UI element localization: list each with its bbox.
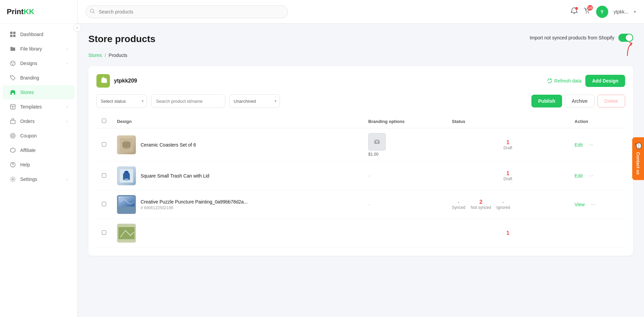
sidebar-item-dashboard[interactable]: Dashboard xyxy=(3,27,75,41)
sidebar-item-stores[interactable]: Stores xyxy=(3,85,75,99)
more-options-button[interactable]: ··· xyxy=(589,142,593,148)
more-options-button[interactable]: ··· xyxy=(589,173,593,179)
row-checkbox[interactable] xyxy=(102,202,106,206)
table-row: 1 xyxy=(96,219,625,248)
svg-rect-34 xyxy=(124,179,128,181)
status-number: 1 xyxy=(452,230,564,236)
product-cell: Creative Puzzle Puncture Painting_0a99bb… xyxy=(117,195,357,214)
help-icon xyxy=(9,161,16,168)
user-dropdown-icon[interactable]: ▾ xyxy=(634,9,636,14)
row-checkbox[interactable] xyxy=(102,142,106,147)
breadcrumb-current: Products xyxy=(109,53,127,58)
not-synced-label: Not synced xyxy=(471,205,491,210)
search-input[interactable] xyxy=(86,5,288,18)
product-thumbnail xyxy=(117,166,136,185)
sidebar-item-affiliate[interactable]: Affiliate xyxy=(3,143,75,157)
action-cell: Edit ··· xyxy=(575,142,620,148)
breadcrumb-separator: / xyxy=(105,53,106,58)
archive-select[interactable]: Unarchived Archived All xyxy=(229,94,280,108)
row-design-cell: Creative Puzzle Puncture Painting_0a99bb… xyxy=(112,190,363,219)
view-button[interactable]: View xyxy=(575,202,585,207)
sidebar-item-help[interactable]: Help xyxy=(3,158,75,172)
product-cell xyxy=(117,224,357,243)
chevron-right-icon: › xyxy=(67,62,68,65)
row-design-cell: Square Small Trash Can with Lid xyxy=(112,162,363,190)
row-design-cell: Ceramic Coasters Set of 6 xyxy=(112,128,363,162)
settings-icon xyxy=(9,176,16,183)
tag-icon xyxy=(9,74,16,81)
palette-icon xyxy=(9,60,16,67)
sidebar-item-label: Dashboard xyxy=(20,32,43,37)
product-cell: Square Small Trash Can with Lid xyxy=(117,166,357,185)
table-header-checkbox xyxy=(96,115,112,128)
avatar[interactable]: Y xyxy=(596,6,608,18)
product-name: Square Small Trash Can with Lid xyxy=(141,173,209,179)
svg-point-18 xyxy=(12,166,13,167)
publish-button[interactable]: Publish xyxy=(531,95,562,107)
sidebar-item-label: File library xyxy=(20,46,42,52)
row-checkbox[interactable] xyxy=(102,230,106,235)
header-actions: 14 Y ytpkk... ▾ xyxy=(570,6,636,18)
row-branding-cell xyxy=(363,219,446,248)
more-options-button[interactable]: ··· xyxy=(591,201,595,208)
coupon-icon xyxy=(9,132,16,139)
action-cell: View ··· xyxy=(575,201,620,208)
delete-button[interactable]: Delete xyxy=(597,95,625,107)
svg-rect-1 xyxy=(13,32,16,34)
product-thumbnail xyxy=(117,135,136,154)
status-select[interactable]: Select status Draft Published Archived xyxy=(96,94,147,108)
row-design-cell xyxy=(112,219,363,248)
sidebar-item-designs[interactable]: Designs › xyxy=(3,56,75,70)
bulk-action-buttons: Publish Archive Delete xyxy=(531,95,625,107)
main-content: 14 Y ytpkk... ▾ Store products Import no… xyxy=(78,0,644,317)
edit-button[interactable]: Edit xyxy=(575,173,583,179)
select-all-checkbox[interactable] xyxy=(102,119,106,123)
edit-button[interactable]: Edit xyxy=(575,142,583,148)
synced-status: - Synced xyxy=(452,199,465,210)
row-branding-cell: - xyxy=(363,162,446,190)
sidebar-item-templates[interactable]: Templates › xyxy=(3,100,75,114)
chevron-right-icon: › xyxy=(67,105,68,109)
sidebar-item-coupon[interactable]: Coupon xyxy=(3,129,75,143)
table-header-action: Action xyxy=(569,115,625,128)
row-checkbox[interactable] xyxy=(102,173,106,178)
notifications-button[interactable] xyxy=(570,7,578,16)
refresh-data-label: Refresh data xyxy=(554,78,581,84)
template-icon xyxy=(9,103,16,110)
status-item: 1 Draft xyxy=(452,170,564,181)
sidebar-item-label: Settings xyxy=(20,177,37,182)
sidebar-item-branding[interactable]: Branding xyxy=(3,71,75,85)
sidebar-item-settings[interactable]: Settings › xyxy=(3,172,75,186)
shopify-icon xyxy=(96,74,110,88)
refresh-data-button[interactable]: Refresh data xyxy=(547,78,581,84)
row-action-cell: View ··· xyxy=(569,190,625,219)
ignored-status: - Ignored xyxy=(496,199,510,210)
svg-rect-25 xyxy=(122,142,130,148)
sidebar-item-label: Affiliate xyxy=(20,148,36,153)
table-header-design: Design xyxy=(112,115,363,128)
search-wrapper xyxy=(86,5,288,18)
row-checkbox-cell xyxy=(96,162,112,190)
archive-button[interactable]: Archive xyxy=(565,95,595,107)
store-actions: Refresh data Add Design xyxy=(547,75,625,87)
contact-us-tab[interactable]: 💬 Contact us xyxy=(632,137,644,180)
archive-select-wrapper: Unarchived Archived All xyxy=(229,94,280,108)
sidebar-item-file-library[interactable]: File library › xyxy=(3,42,75,56)
page-title: Store products xyxy=(88,34,155,44)
breadcrumb-stores[interactable]: Stores xyxy=(88,53,102,58)
notifications-badge xyxy=(575,7,578,10)
add-design-button[interactable]: Add Design xyxy=(585,75,625,87)
logo[interactable]: PrintKK xyxy=(0,0,77,24)
sidebar-item-orders[interactable]: Orders › xyxy=(3,114,75,128)
cart-button[interactable]: 14 xyxy=(583,7,591,16)
sidebar-item-label: Designs xyxy=(20,61,37,66)
brand-name: PrintKK xyxy=(7,7,34,16)
product-search-input[interactable] xyxy=(151,94,225,108)
store-icon xyxy=(9,89,16,96)
contact-us-label: Contact us xyxy=(636,152,641,175)
user-name[interactable]: ytpkk... xyxy=(614,9,628,14)
svg-point-15 xyxy=(10,133,15,138)
sidebar-collapse-button[interactable]: ‹ xyxy=(73,24,81,32)
branding-option-icon[interactable] xyxy=(368,133,386,151)
status-item: 1 Draft xyxy=(452,139,564,150)
